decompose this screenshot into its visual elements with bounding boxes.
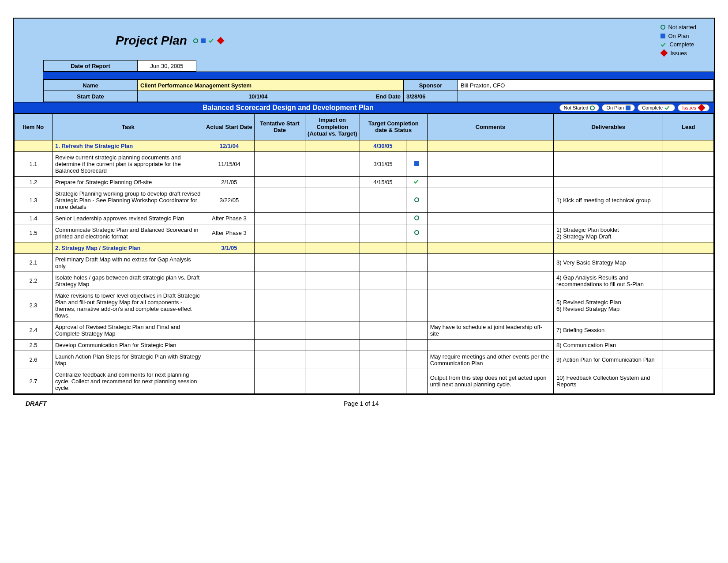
cell-item [15, 242, 53, 253]
cell-tentative-start [255, 272, 305, 290]
cell-item: 2.7 [15, 369, 53, 393]
table-row: 2.4Approval of Revised Strategic Plan an… [15, 321, 714, 339]
cell-task: Prepare for Strategic Planning Off-site [52, 176, 204, 188]
cell-target [360, 212, 406, 224]
cell-actual-start: 2/1/05 [204, 176, 255, 188]
cell-lead [663, 212, 714, 224]
cell-target: 4/15/05 [360, 176, 406, 188]
date-of-report-label: Date of Report [44, 60, 138, 72]
cell-impact [305, 188, 360, 212]
cell-deliverables: 1) Kick off meeting of technical group [554, 188, 663, 212]
on-plan-icon [660, 34, 665, 38]
table-row: 2.1Preliminary Draft Map with no extras … [15, 253, 714, 272]
cell-lead [663, 140, 714, 151]
not-started-icon [590, 106, 595, 110]
page-number: Page 1 of 14 [344, 400, 379, 407]
cell-tentative-start [255, 290, 305, 321]
cell-comments: May have to schedule at joint leadership… [427, 321, 553, 339]
cell-comments [427, 212, 553, 224]
cell-comments [427, 253, 553, 272]
cell-impact [305, 212, 360, 224]
on-plan-icon [201, 38, 206, 43]
pill-not-started[interactable]: Not Started [559, 104, 600, 111]
date-of-report-value: Jun 30, 2005 [138, 60, 196, 72]
col-actual-start: Actual Start Date [204, 114, 255, 140]
start-date-label: Start Date [44, 91, 138, 102]
cell-comments [427, 242, 553, 253]
table-row: 2.2Isolate holes / gaps between draft st… [15, 272, 714, 290]
cell-actual-start [204, 339, 255, 351]
table-row: 2.3Make revisions to lower level objecti… [15, 290, 714, 321]
cell-status [406, 290, 427, 321]
cell-target: 3/31/05 [360, 151, 406, 176]
cell-task: Senior Leadership approves revised Strat… [52, 212, 204, 224]
cell-task: Centralize feedback and comments for nex… [52, 369, 204, 393]
cell-status [406, 272, 427, 290]
cell-tentative-start [255, 224, 305, 242]
name-value: Client Performance Management System [138, 80, 404, 91]
cell-status [406, 176, 427, 188]
col-item: Item No [15, 114, 53, 140]
cell-lead [663, 351, 714, 369]
cell-tentative-start [255, 242, 305, 253]
cell-item: 2.5 [15, 339, 53, 351]
table-row: 2.7Centralize feedback and comments for … [15, 369, 714, 393]
legend-block: Not started On Plan Complete Issues [660, 21, 714, 60]
legend-on-plan: On Plan [668, 32, 689, 41]
on-plan-icon [414, 161, 419, 166]
cell-lead [663, 321, 714, 339]
cell-target [360, 272, 406, 290]
cell-item: 1.2 [15, 176, 53, 188]
col-comments: Comments [427, 114, 553, 140]
cell-status [406, 351, 427, 369]
cell-actual-start: 3/22/05 [204, 188, 255, 212]
cell-actual-start: 12/1/04 [204, 140, 255, 151]
cell-lead [663, 253, 714, 272]
cell-item [15, 140, 53, 151]
pill-complete[interactable]: Complete [638, 104, 675, 111]
cell-lead [663, 242, 714, 253]
cell-status [406, 224, 427, 242]
cell-actual-start [204, 351, 255, 369]
table-row: 1.1Review current strategic planning doc… [15, 151, 714, 176]
table-row: 1.2Prepare for Strategic Planning Off-si… [15, 176, 714, 188]
col-target-status: Target Completion date & Status [360, 114, 427, 140]
legend-complete: Complete [669, 40, 694, 49]
cell-impact [305, 242, 360, 253]
cell-actual-start [204, 290, 255, 321]
issues-icon [698, 104, 705, 112]
pill-on-plan[interactable]: On Plan [602, 104, 635, 111]
name-label: Name [44, 80, 138, 91]
complete-icon [413, 179, 420, 184]
cell-item: 2.4 [15, 321, 53, 339]
cell-actual-start: 11/15/04 [204, 151, 255, 176]
on-plan-icon [626, 106, 630, 110]
not-started-icon [414, 197, 419, 202]
cell-status [406, 140, 427, 151]
cell-deliverables: 7) Briefing Session [554, 321, 663, 339]
cell-comments: Output from this step does not get acted… [427, 369, 553, 393]
cell-deliverables [554, 151, 663, 176]
cell-deliverables: 5) Revised Strategic Plan 6) Revised Str… [554, 290, 663, 321]
pill-issues[interactable]: Issues [678, 104, 709, 111]
cell-deliverables: 8) Communication Plan [554, 339, 663, 351]
end-date-label: End Date [376, 93, 401, 100]
cell-comments [427, 339, 553, 351]
cell-deliverables [554, 140, 663, 151]
cell-status [406, 242, 427, 253]
page-title: Project Plan [116, 34, 187, 48]
cell-deliverables: 4) Gap Analysis Results and recommendati… [554, 272, 663, 290]
cell-lead [663, 188, 714, 212]
cell-tentative-start [255, 176, 305, 188]
cell-target [360, 339, 406, 351]
cell-lead [663, 339, 714, 351]
cell-comments: May require meetings and other events pe… [427, 351, 553, 369]
legend-not-started: Not started [668, 23, 696, 32]
cell-tentative-start [255, 351, 305, 369]
cell-tentative-start [255, 140, 305, 151]
not-started-icon [414, 215, 419, 220]
cell-comments [427, 176, 553, 188]
cell-deliverables: 1) Strategic Plan booklet 2) Strategy Ma… [554, 224, 663, 242]
cell-comments [427, 224, 553, 242]
cell-status [406, 188, 427, 212]
